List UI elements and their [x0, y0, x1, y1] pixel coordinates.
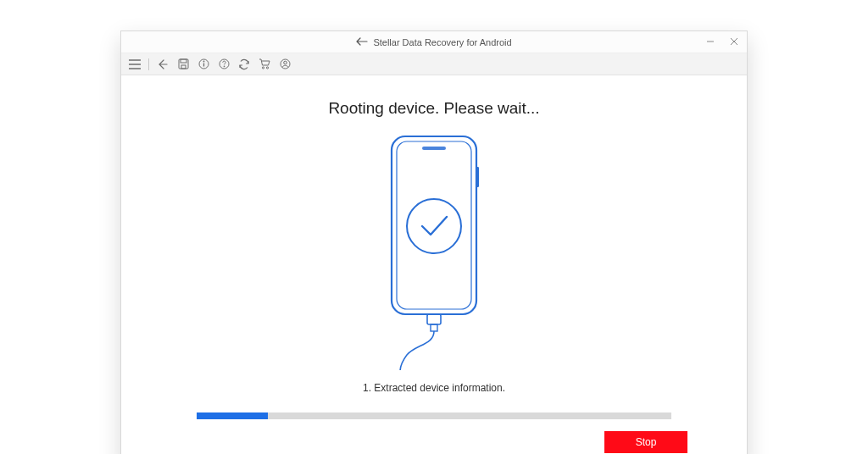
toolbar [121, 53, 747, 75]
window-title: Stellar Data Recovery for Android [373, 37, 511, 47]
menu-icon[interactable] [128, 58, 142, 71]
svg-rect-13 [392, 136, 476, 314]
svg-rect-2 [181, 59, 186, 63]
window-controls [703, 31, 742, 53]
refresh-icon[interactable] [237, 58, 251, 71]
cart-icon[interactable] [258, 58, 271, 71]
title-bar: Stellar Data Recovery for Android [121, 31, 747, 53]
app-window: Stellar Data Recovery for Android [120, 30, 748, 454]
close-button[interactable] [726, 36, 742, 49]
svg-point-8 [223, 66, 225, 68]
svg-point-12 [283, 61, 287, 64]
save-icon[interactable] [176, 58, 190, 71]
svg-point-17 [407, 199, 461, 253]
progress-bar [197, 412, 671, 419]
phone-illustration [366, 133, 502, 370]
footer: Stop [155, 431, 713, 453]
title-wrap: Stellar Data Recovery for Android [356, 37, 511, 47]
svg-point-10 [266, 67, 268, 69]
main-content: Rooting device. Please wait... 1. E [121, 75, 747, 454]
progress-bar-fill [197, 412, 268, 419]
svg-point-6 [203, 61, 204, 63]
info-icon[interactable] [197, 58, 210, 71]
back-arrow-icon [356, 37, 368, 47]
toolbar-separator [148, 58, 149, 70]
help-icon[interactable] [217, 58, 231, 71]
svg-rect-19 [431, 324, 437, 331]
user-icon[interactable] [278, 58, 292, 71]
svg-rect-15 [422, 147, 446, 150]
svg-rect-16 [476, 167, 479, 187]
svg-rect-18 [427, 314, 441, 324]
minimize-button[interactable] [703, 36, 718, 49]
step-status-text: 1. Extracted device information. [363, 382, 505, 394]
back-icon[interactable] [156, 58, 170, 71]
svg-rect-14 [397, 141, 471, 309]
svg-point-9 [262, 67, 264, 69]
heading-text: Rooting device. Please wait... [328, 99, 539, 118]
stop-button[interactable]: Stop [604, 431, 687, 453]
svg-rect-3 [181, 65, 186, 69]
